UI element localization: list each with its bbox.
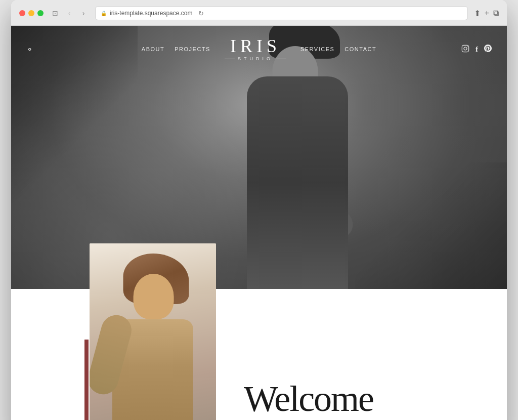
instagram-icon[interactable] (461, 45, 469, 54)
minimize-button[interactable] (28, 10, 34, 16)
bottom-section: Welcome (11, 289, 507, 420)
nav-about-link[interactable]: ABOUT (142, 46, 164, 52)
browser-action-buttons: ⬆ + ⧉ (474, 9, 499, 18)
address-bar[interactable]: 🔒 iris-template.squarespace.com ↻ (95, 6, 468, 20)
pinterest-icon[interactable] (484, 45, 492, 54)
sidebar-toggle-button[interactable]: ⊡ (50, 8, 61, 19)
close-button[interactable] (19, 10, 25, 16)
nav-links-left: ABOUT PROJECTS (142, 46, 210, 52)
hero-section: ⚬ ABOUT PROJECTS IRIS STUDIO SERVICES CO… (11, 26, 507, 289)
refresh-button[interactable]: ↻ (198, 10, 204, 17)
back-button[interactable]: ‹ (64, 8, 75, 19)
traffic-lights (19, 10, 44, 16)
svg-rect-0 (462, 45, 468, 52)
forward-button[interactable]: › (78, 8, 89, 19)
portrait-image (90, 243, 216, 420)
browser-titlebar: ⊡ ‹ › 🔒 iris-template.squarespace.com ↻ … (11, 0, 507, 26)
svg-point-2 (467, 46, 468, 47)
figure-body (247, 76, 348, 289)
search-icon[interactable]: ⚬ (26, 45, 33, 54)
nav-contact-link[interactable]: CONTACT (344, 46, 376, 52)
red-accent-bar (84, 340, 89, 420)
nav-links-right: SERVICES CONTACT (300, 46, 376, 52)
tabs-button[interactable]: ⧉ (493, 9, 499, 18)
facebook-icon[interactable]: f (476, 45, 478, 54)
nav-social-links: f (461, 45, 492, 54)
url-text: iris-template.squarespace.com (110, 10, 192, 17)
fullscreen-button[interactable] (37, 10, 44, 16)
website-content: ⚬ ABOUT PROJECTS IRIS STUDIO SERVICES CO… (11, 26, 507, 420)
site-logo[interactable]: IRIS STUDIO (225, 37, 286, 61)
nav-projects-link[interactable]: PROJECTS (175, 46, 210, 52)
new-tab-button[interactable]: + (485, 9, 489, 18)
logo-subtitle: STUDIO (225, 56, 286, 61)
bottom-right: Welcome (213, 289, 507, 420)
browser-window: ⊡ ‹ › 🔒 iris-template.squarespace.com ↻ … (11, 0, 507, 420)
bottom-left (11, 289, 213, 420)
welcome-heading: Welcome (244, 383, 373, 415)
lock-icon: 🔒 (101, 11, 107, 16)
hero-figure (201, 46, 394, 289)
share-button[interactable]: ⬆ (474, 9, 481, 18)
nav-services-link[interactable]: SERVICES (300, 46, 334, 52)
logo-text: IRIS (225, 37, 286, 55)
svg-point-1 (464, 47, 467, 50)
browser-nav-controls: ⊡ ‹ › (50, 8, 89, 19)
site-navigation: ⚬ ABOUT PROJECTS IRIS STUDIO SERVICES CO… (11, 26, 507, 72)
nav-center: ABOUT PROJECTS IRIS STUDIO SERVICES CONT… (142, 37, 376, 61)
nav-left: ⚬ (26, 45, 33, 54)
